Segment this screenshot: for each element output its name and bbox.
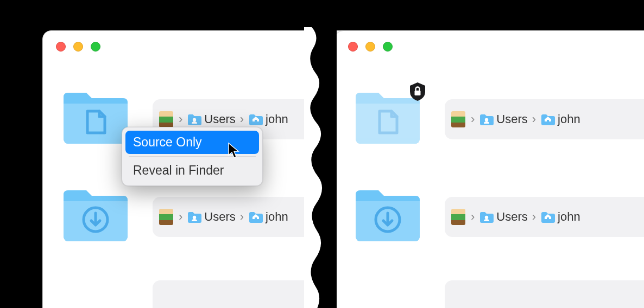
task-row-downloads[interactable]: › Users › john bbox=[352, 183, 644, 263]
users-folder-icon bbox=[479, 209, 494, 224]
context-menu: Source Only Reveal in Finder bbox=[122, 127, 263, 186]
chevron-right-icon: › bbox=[530, 210, 538, 224]
path-username: john bbox=[266, 112, 288, 126]
home-folder-icon bbox=[540, 112, 555, 127]
users-folder-icon bbox=[479, 112, 494, 127]
chevron-right-icon: › bbox=[238, 210, 246, 224]
chevron-right-icon: › bbox=[238, 112, 246, 126]
path-users-label: Users bbox=[496, 210, 527, 224]
window-minimize-button[interactable] bbox=[365, 42, 375, 52]
home-folder-icon bbox=[248, 112, 263, 127]
task-row-documents[interactable]: › Users › john bbox=[352, 85, 644, 165]
window-zoom-button[interactable] bbox=[383, 42, 393, 52]
task-row-empty bbox=[60, 280, 368, 308]
avatar-icon bbox=[451, 209, 465, 225]
window-minimize-button[interactable] bbox=[73, 42, 83, 52]
path-username: john bbox=[266, 210, 288, 224]
chevron-right-icon: › bbox=[176, 210, 185, 224]
home-folder-icon bbox=[540, 209, 555, 224]
svg-point-6 bbox=[485, 216, 488, 219]
downloads-folder-icon bbox=[60, 183, 131, 245]
svg-point-4 bbox=[485, 118, 488, 121]
users-folder-icon bbox=[187, 209, 202, 224]
path-username: john bbox=[558, 112, 580, 126]
traffic-lights bbox=[56, 42, 100, 52]
chevron-right-icon: › bbox=[530, 112, 538, 126]
traffic-lights bbox=[348, 42, 393, 52]
cursor-icon bbox=[227, 142, 241, 159]
window-zoom-button[interactable] bbox=[91, 42, 100, 52]
documents-folder-icon bbox=[60, 85, 131, 147]
menu-item-reveal-in-finder[interactable]: Reveal in Finder bbox=[125, 159, 259, 182]
app-window-right: › Users › john bbox=[334, 30, 644, 308]
chevron-right-icon: › bbox=[176, 112, 185, 126]
downloads-folder-icon bbox=[352, 183, 423, 245]
empty-path-chip bbox=[445, 280, 644, 308]
avatar-icon bbox=[451, 111, 465, 127]
path-chip[interactable]: › Users › john bbox=[445, 197, 644, 237]
svg-rect-3 bbox=[415, 91, 421, 95]
svg-point-0 bbox=[193, 118, 196, 121]
window-close-button[interactable] bbox=[56, 42, 66, 52]
path-username: john bbox=[558, 210, 580, 224]
users-folder-icon bbox=[187, 112, 202, 127]
svg-point-2 bbox=[193, 216, 196, 219]
avatar-icon bbox=[159, 209, 173, 225]
home-folder-icon bbox=[248, 209, 263, 224]
path-chip[interactable]: › Users › john bbox=[445, 99, 644, 139]
task-row-empty bbox=[352, 280, 644, 308]
chevron-right-icon: › bbox=[469, 112, 477, 126]
lock-badge-icon bbox=[409, 82, 426, 101]
path-users-label: Users bbox=[204, 112, 235, 126]
avatar-icon bbox=[159, 111, 173, 127]
window-close-button[interactable] bbox=[348, 42, 358, 52]
path-users-label: Users bbox=[496, 112, 527, 126]
chevron-right-icon: › bbox=[469, 210, 477, 224]
path-users-label: Users bbox=[204, 210, 235, 224]
task-row-downloads[interactable]: › Users › john bbox=[60, 183, 368, 263]
